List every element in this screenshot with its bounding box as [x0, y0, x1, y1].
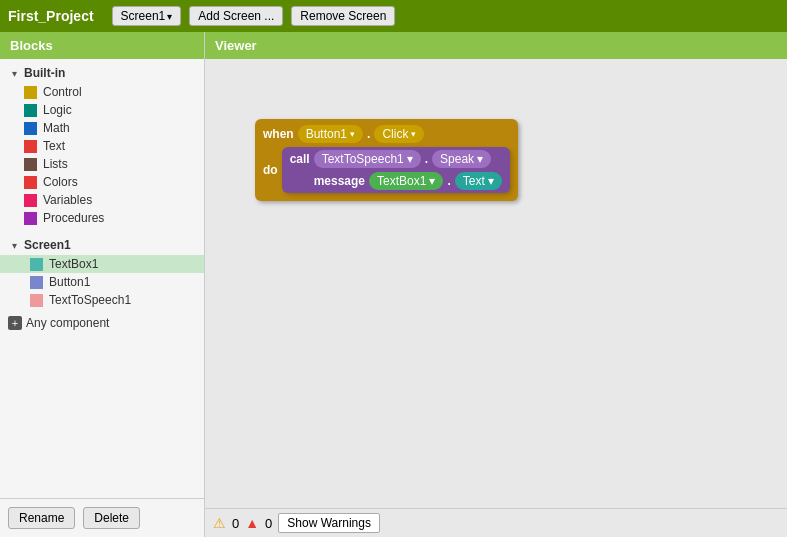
text-color-box — [24, 140, 37, 153]
viewer-header: Viewer — [205, 32, 787, 59]
control-label: Control — [43, 85, 82, 99]
add-screen-button[interactable]: Add Screen ... — [189, 6, 283, 26]
procedures-color-box — [24, 212, 37, 225]
sidebar-item-colors[interactable]: Colors — [0, 173, 204, 191]
warning-count: 0 — [232, 516, 239, 531]
control-color-box — [24, 86, 37, 99]
rename-button[interactable]: Rename — [8, 507, 75, 529]
button1-icon — [30, 276, 43, 289]
speak-pill[interactable]: Speak ▾ — [432, 150, 491, 168]
procedures-label: Procedures — [43, 211, 104, 225]
message-label: message — [314, 174, 365, 188]
button-name-pill[interactable]: Button1 ▾ — [298, 125, 363, 143]
when-click-block[interactable]: when Button1 ▾ . Click ▾ do — [255, 119, 518, 201]
collapse-icon: ▾ — [8, 67, 20, 79]
colors-color-box — [24, 176, 37, 189]
screen-selector[interactable]: Screen1 — [112, 6, 182, 26]
tts1-icon — [30, 294, 43, 307]
built-in-section: ▾ Built-in Control Logic Math Text — [0, 59, 204, 231]
when-row: when Button1 ▾ . Click ▾ — [263, 125, 510, 143]
when-label: when — [263, 127, 294, 141]
logic-color-box — [24, 104, 37, 117]
sidebar-header: Blocks — [0, 32, 204, 59]
text-label: Text — [43, 139, 65, 153]
textbox-name-pill[interactable]: TextBox1 ▾ — [369, 172, 443, 190]
sidebar: Blocks ▾ Built-in Control Logic Math — [0, 32, 205, 537]
logic-label: Logic — [43, 103, 72, 117]
show-warnings-button[interactable]: Show Warnings — [278, 513, 380, 533]
math-color-box — [24, 122, 37, 135]
screen1-group-header[interactable]: ▾ Screen1 — [0, 235, 204, 255]
built-in-label: Built-in — [24, 66, 65, 80]
built-in-group[interactable]: ▾ Built-in — [0, 63, 204, 83]
lists-label: Lists — [43, 157, 68, 171]
call-label: call — [290, 152, 310, 166]
header: First_Project Screen1 Add Screen ... Rem… — [0, 0, 787, 32]
sidebar-item-lists[interactable]: Lists — [0, 155, 204, 173]
main-layout: Blocks ▾ Built-in Control Logic Math — [0, 32, 787, 537]
project-title: First_Project — [8, 8, 94, 24]
viewer: Viewer when Button1 ▾ . Click — [205, 32, 787, 537]
remove-screen-button[interactable]: Remove Screen — [291, 6, 395, 26]
sidebar-item-tts1[interactable]: TextToSpeech1 — [0, 291, 204, 309]
message-row: message TextBox1 ▾ . Text ▾ — [290, 172, 502, 190]
sidebar-item-logic[interactable]: Logic — [0, 101, 204, 119]
call-block[interactable]: call TextToSpeech1 ▾ . Speak ▾ — [282, 147, 510, 193]
viewer-canvas[interactable]: when Button1 ▾ . Click ▾ do — [205, 59, 787, 508]
tts1-label: TextToSpeech1 — [49, 293, 131, 307]
screen1-collapse-icon: ▾ — [8, 239, 20, 251]
warning-icon: ⚠ — [213, 515, 226, 531]
textbox1-icon — [30, 258, 43, 271]
sidebar-item-math[interactable]: Math — [0, 119, 204, 137]
do-label: do — [263, 163, 278, 177]
sidebar-item-procedures[interactable]: Procedures — [0, 209, 204, 227]
click-pill[interactable]: Click ▾ — [374, 125, 424, 143]
error-icon: ▲ — [245, 515, 259, 531]
sidebar-item-control[interactable]: Control — [0, 83, 204, 101]
sidebar-bottom: Rename Delete — [0, 498, 204, 537]
delete-button[interactable]: Delete — [83, 507, 140, 529]
variables-label: Variables — [43, 193, 92, 207]
sidebar-item-textbox1[interactable]: TextBox1 — [0, 255, 204, 273]
textbox1-label: TextBox1 — [49, 257, 98, 271]
math-label: Math — [43, 121, 70, 135]
do-row: do call TextToSpeech1 ▾ — [263, 147, 510, 193]
any-component-label: Any component — [26, 316, 109, 330]
colors-label: Colors — [43, 175, 78, 189]
tts-name-pill[interactable]: TextToSpeech1 ▾ — [314, 150, 421, 168]
button1-label: Button1 — [49, 275, 90, 289]
plus-icon: + — [8, 316, 22, 330]
call-row: call TextToSpeech1 ▾ . Speak ▾ — [290, 150, 502, 168]
lists-color-box — [24, 158, 37, 171]
sidebar-item-variables[interactable]: Variables — [0, 191, 204, 209]
call-inner: call TextToSpeech1 ▾ . Speak ▾ — [290, 150, 502, 190]
variables-color-box — [24, 194, 37, 207]
screen1-label: Screen1 — [24, 238, 71, 252]
sidebar-item-any-component[interactable]: + Any component — [0, 313, 204, 333]
block-group: when Button1 ▾ . Click ▾ do — [255, 119, 518, 201]
sidebar-item-text[interactable]: Text — [0, 137, 204, 155]
error-count: 0 — [265, 516, 272, 531]
text-prop-pill[interactable]: Text ▾ — [455, 172, 502, 190]
viewer-status: ⚠ 0 ▲ 0 Show Warnings — [205, 508, 787, 537]
sidebar-item-button1[interactable]: Button1 — [0, 273, 204, 291]
screen1-section: ▾ Screen1 TextBox1 Button1 TextToSpeech1 — [0, 231, 204, 313]
